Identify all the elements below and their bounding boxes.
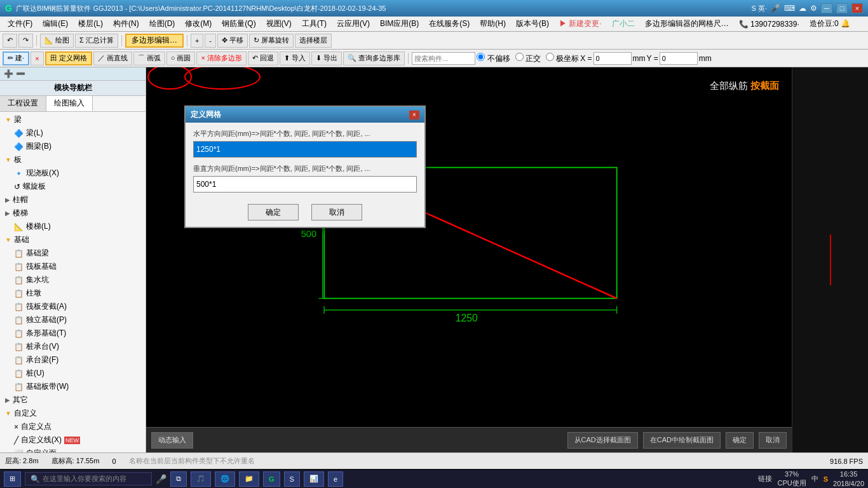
taskbar-task-view[interactable]: ⧉ xyxy=(170,471,187,487)
menu-component[interactable]: 构件(N) xyxy=(108,17,144,30)
search-component-input[interactable] xyxy=(412,52,475,65)
taskbar-app-ie[interactable]: e xyxy=(328,471,343,487)
sidebar-item-foundation-folder[interactable]: ▼ 基础 xyxy=(0,233,146,247)
sidebar-item-raft[interactable]: 📋 筏板基础 xyxy=(9,260,146,273)
btn-select-cad-section[interactable]: 从CAD选择截面图 xyxy=(567,432,638,449)
taskbar-app-chart[interactable]: 📊 xyxy=(304,471,324,487)
sidebar-item-slab-folder[interactable]: ▼ 板 xyxy=(0,153,146,166)
toolbar-btn-import[interactable]: ⬆ 导入 xyxy=(280,51,310,65)
btn-draw-cad-section[interactable]: 在CAD中绘制截面图 xyxy=(643,432,721,449)
sidebar-item-custom-point[interactable]: × 自定义点 xyxy=(9,420,146,433)
taskbar-app-s[interactable]: S xyxy=(284,471,300,487)
toolbar-btn-draw-circle[interactable]: ○ 画圆 xyxy=(166,51,196,65)
toolbar-btn-query-polygon[interactable]: 🔍 查询多边形库 xyxy=(343,51,405,65)
tab-drawing-input[interactable]: 绘图输入 xyxy=(46,96,93,111)
define-grid-dialog[interactable]: 定义网格 × 水平方向间距(mm)=>间距*个数, 间距, 间距*个数, 间距,… xyxy=(184,105,426,228)
dialog-cancel-button[interactable]: 取消 xyxy=(311,204,362,220)
toolbar-btn-calc[interactable]: Σ 汇总计算 xyxy=(75,34,118,48)
radio-no-offset[interactable]: 不偏移 xyxy=(477,53,510,64)
tab-project-settings[interactable]: 工程设置 xyxy=(0,96,46,111)
toolbar-btn-cancel-draw[interactable]: × xyxy=(31,51,43,65)
sidebar-item-column-base[interactable]: 📋 柱墩 xyxy=(9,287,146,300)
sidebar-item-custom-line[interactable]: ╱ 自定义线(X) NEW xyxy=(9,433,146,447)
sidebar-item-isolated-foundation[interactable]: 📋 独立基础(P) xyxy=(9,313,146,327)
toolbar-btn-draw-arc[interactable]: ⌒ 画弧 xyxy=(133,51,165,65)
sidebar-item-ring-beam[interactable]: 🔷 圈梁(B) xyxy=(9,140,146,153)
radio-orthogonal[interactable]: 正交 xyxy=(515,53,541,64)
dialog-close-button[interactable]: × xyxy=(409,111,419,119)
toolbar-btn-zoom-in[interactable]: + xyxy=(191,34,203,48)
menu-online[interactable]: 在线服务(S) xyxy=(424,17,475,30)
menu-help[interactable]: 帮助(H) xyxy=(475,17,511,30)
sidebar-item-raft-var[interactable]: 📋 筏板变截(A) xyxy=(9,300,146,313)
sidebar-item-others[interactable]: ▶ 其它 xyxy=(0,393,146,407)
sidebar-item-beam-l[interactable]: 🔷 梁(L) xyxy=(9,126,146,140)
radio-polar[interactable]: 极坐标 xyxy=(546,53,579,64)
toolbar-btn-define-grid[interactable]: 田 定义网格 xyxy=(45,51,92,65)
menu-draw[interactable]: 绘图(D) xyxy=(144,17,180,30)
menu-version[interactable]: 版本号(B) xyxy=(511,17,554,30)
sidebar-item-pile-cap[interactable]: 📋 桩承台(V) xyxy=(9,340,146,353)
menu-floor[interactable]: 楼层(L) xyxy=(73,17,108,30)
menu-price[interactable]: 造价豆:0 🔔 xyxy=(804,17,855,30)
menu-gz2[interactable]: 广小二 xyxy=(607,17,640,30)
menu-view[interactable]: 视图(V) xyxy=(261,17,297,30)
nav-icon-add[interactable]: ➕ xyxy=(4,69,13,78)
menu-rebar-qty[interactable]: 钢筋量(Q) xyxy=(217,17,261,30)
toolbar-btn-undo-draw[interactable]: ↶ 回退 xyxy=(248,51,278,65)
sidebar-item-spiral-slab[interactable]: ↺ 螺旋板 xyxy=(9,180,146,193)
toolbar-btn-polygon-editor[interactable]: 多边形编辑… xyxy=(125,34,184,48)
dialog-confirm-button[interactable]: 确定 xyxy=(248,204,299,220)
sidebar-item-foundation-beam[interactable]: 📋 基础梁 xyxy=(9,247,146,260)
menu-phone[interactable]: 📞 13907298339· xyxy=(734,18,804,30)
menu-edit[interactable]: 编辑(E) xyxy=(37,17,73,30)
taskbar-app-files[interactable]: 📁 xyxy=(239,471,259,487)
menu-new-change[interactable]: ▶ 新建变更· xyxy=(554,17,607,30)
toolbar-btn-build[interactable]: ✏ 建· xyxy=(3,51,29,65)
sidebar-item-strip-foundation[interactable]: 📋 条形基础(T) xyxy=(9,327,146,340)
toolbar-btn-select-layer[interactable]: 选择楼层 xyxy=(295,34,332,48)
toolbar-btn-undo[interactable]: ↶ xyxy=(3,34,17,48)
horizontal-input[interactable] xyxy=(193,141,417,158)
sidebar-item-foundation-band[interactable]: 📋 基础板带(W) xyxy=(9,380,146,393)
toolbar-btn-rotate[interactable]: ↻ 屏幕旋转 xyxy=(249,34,294,48)
btn-dynamic-input[interactable]: 动态输入 xyxy=(151,432,193,449)
menu-tools[interactable]: 工具(T) xyxy=(297,17,332,30)
x-input[interactable] xyxy=(593,52,632,65)
menu-file[interactable]: 文件(F) xyxy=(3,17,37,30)
sidebar-item-pile[interactable]: 📋 桩(U) xyxy=(9,367,146,380)
toolbar-btn-draw[interactable]: 📐 绘图 xyxy=(40,34,74,48)
sidebar-item-beam-folder[interactable]: ▼ 梁 xyxy=(0,113,146,126)
menu-modify[interactable]: 修改(M) xyxy=(180,17,217,30)
sidebar-item-cast-slab[interactable]: 🔹 现浇板(X) xyxy=(9,166,146,180)
taskbar-search-bar[interactable]: 🔍 在这里输入你要搜索的内容 xyxy=(25,472,152,485)
y-input[interactable] xyxy=(660,52,698,65)
taskbar-app-browser-edge[interactable]: 🌐 xyxy=(215,471,235,487)
sidebar-item-custom-face[interactable]: ⬜ 自定义面 xyxy=(9,447,146,452)
menu-polygon-grid[interactable]: 多边形编辑器的网格尺… xyxy=(640,17,734,30)
toolbar-btn-pan[interactable]: ✥ 平移 xyxy=(217,34,248,48)
btn-canvas-confirm[interactable]: 确定 xyxy=(726,432,754,449)
toolbar-btn-draw-line[interactable]: ／ 画直线 xyxy=(93,51,132,65)
canvas-area[interactable]: 1250 500 全部纵筋 按截面 动态输入 从CAD选择截面图 在CAD中绘制… xyxy=(146,67,792,452)
btn-canvas-cancel[interactable]: 取消 xyxy=(759,432,787,449)
sidebar-item-custom-folder[interactable]: ▼ 自定义 xyxy=(0,407,146,420)
sidebar-item-cap-beam[interactable]: 📋 承台梁(F) xyxy=(9,353,146,367)
maximize-button[interactable]: □ xyxy=(836,3,848,13)
sidebar-item-stair-folder[interactable]: ▶ 楼梯 xyxy=(0,207,146,220)
menu-cloud[interactable]: 云应用(V) xyxy=(332,17,375,30)
sidebar-item-column-cap[interactable]: ▶ 柱帽 xyxy=(0,193,146,207)
minimize-button[interactable]: ─ xyxy=(821,3,832,13)
sidebar-item-sump[interactable]: 📋 集水坑 xyxy=(9,273,146,287)
taskbar-app-gcorp[interactable]: G xyxy=(263,471,280,487)
vertical-input[interactable] xyxy=(193,176,417,193)
menu-bim[interactable]: BIM应用(B) xyxy=(375,17,424,30)
taskbar-app-music[interactable]: 🎵 xyxy=(191,471,211,487)
nav-icon-minus[interactable]: ➖ xyxy=(16,69,25,78)
toolbar-btn-clear-polygon[interactable]: × 清除多边形 xyxy=(196,51,246,65)
close-button[interactable]: × xyxy=(851,3,863,13)
taskbar-start-button[interactable]: ⊞ xyxy=(4,471,21,487)
toolbar-btn-zoom-out[interactable]: - xyxy=(205,34,216,48)
sidebar-item-stair-item1[interactable]: 📐 楼梯(L) xyxy=(9,220,146,233)
toolbar-btn-redo[interactable]: ↷ xyxy=(18,34,33,48)
